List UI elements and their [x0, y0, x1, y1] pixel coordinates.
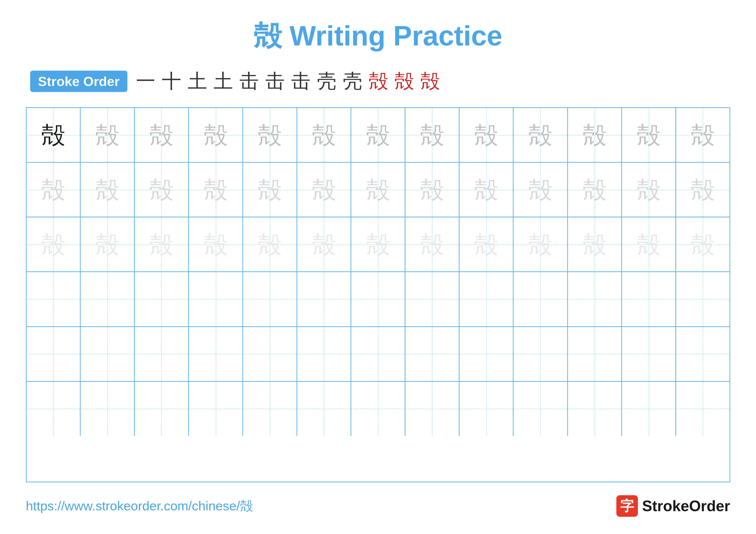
- grid-cell-5-7[interactable]: [405, 382, 459, 436]
- grid-cell-0-1[interactable]: 殻: [81, 108, 135, 162]
- grid-cell-3-2[interactable]: [135, 272, 189, 326]
- stroke-order-badge: Stroke Order: [30, 71, 127, 92]
- grid-cell-5-1[interactable]: [81, 382, 135, 436]
- grid-cell-5-9[interactable]: [514, 382, 568, 436]
- grid-cell-2-10[interactable]: 殻: [568, 217, 622, 271]
- cell-char-2-9: 殻: [528, 233, 552, 256]
- grid-cell-1-7[interactable]: 殻: [405, 163, 459, 217]
- grid-cell-3-8[interactable]: [459, 272, 514, 326]
- grid-cell-4-10[interactable]: [568, 327, 622, 381]
- grid-cell-2-12[interactable]: 殻: [676, 217, 729, 271]
- cell-char-0-6: 殻: [366, 123, 390, 147]
- page-title: 殻 Writing Practice: [254, 17, 502, 55]
- grid-cell-0-10[interactable]: 殻: [568, 108, 622, 162]
- footer: https://www.strokeorder.com/chinese/殻 字 …: [26, 495, 730, 517]
- grid-cell-0-8[interactable]: 殻: [459, 108, 514, 162]
- grid-cell-1-10[interactable]: 殻: [568, 163, 622, 217]
- grid-cell-1-0[interactable]: 殻: [27, 163, 81, 217]
- grid-cell-3-12[interactable]: [676, 272, 729, 326]
- grid-cell-0-9[interactable]: 殻: [514, 108, 568, 162]
- grid-cell-2-4[interactable]: 殻: [243, 217, 297, 271]
- grid-cell-3-0[interactable]: [27, 272, 81, 326]
- grid-cell-1-5[interactable]: 殻: [297, 163, 351, 217]
- grid-cell-1-1[interactable]: 殻: [81, 163, 135, 217]
- grid-cell-0-3[interactable]: 殻: [189, 108, 243, 162]
- grid-cell-4-3[interactable]: [189, 327, 243, 381]
- grid-cell-5-10[interactable]: [568, 382, 622, 436]
- stroke-seq-char-10: 殻: [394, 68, 414, 94]
- grid-row-1: 殻殻殻殻殻殻殻殻殻殻殻殻殻: [27, 163, 729, 217]
- grid-row-5: [27, 382, 729, 436]
- grid-cell-4-1[interactable]: [81, 327, 135, 381]
- grid-cell-3-6[interactable]: [351, 272, 405, 326]
- grid-cell-5-4[interactable]: [243, 382, 297, 436]
- grid-cell-4-12[interactable]: [676, 327, 729, 381]
- grid-cell-1-8[interactable]: 殻: [459, 163, 514, 217]
- cell-char-1-7: 殻: [420, 178, 444, 202]
- cell-char-1-3: 殻: [204, 178, 228, 202]
- grid-cell-0-6[interactable]: 殻: [351, 108, 405, 162]
- grid-cell-4-6[interactable]: [351, 327, 405, 381]
- grid-cell-3-5[interactable]: [297, 272, 351, 326]
- grid-cell-3-4[interactable]: [243, 272, 297, 326]
- stroke-seq-char-11: 殻: [420, 68, 440, 94]
- grid-cell-2-7[interactable]: 殻: [405, 217, 459, 271]
- stroke-seq-char-2: 土: [188, 68, 207, 94]
- grid-cell-0-7[interactable]: 殻: [405, 108, 459, 162]
- grid-cell-1-6[interactable]: 殻: [351, 163, 405, 217]
- footer-logo: 字 StrokeOrder: [616, 495, 730, 517]
- grid-cell-0-0[interactable]: 殻: [27, 108, 81, 162]
- grid-cell-3-9[interactable]: [514, 272, 568, 326]
- grid-cell-2-8[interactable]: 殻: [459, 217, 514, 271]
- grid-cell-5-5[interactable]: [297, 382, 351, 436]
- grid-cell-1-4[interactable]: 殻: [243, 163, 297, 217]
- grid-cell-2-6[interactable]: 殻: [351, 217, 405, 271]
- grid-cell-2-1[interactable]: 殻: [81, 217, 135, 271]
- grid-cell-1-11[interactable]: 殻: [622, 163, 676, 217]
- grid-cell-5-0[interactable]: [27, 382, 81, 436]
- grid-cell-5-12[interactable]: [676, 382, 729, 436]
- grid-cell-0-11[interactable]: 殻: [622, 108, 676, 162]
- grid-cell-1-12[interactable]: 殻: [676, 163, 729, 217]
- grid-cell-4-7[interactable]: [405, 327, 459, 381]
- grid-cell-3-1[interactable]: [81, 272, 135, 326]
- grid-cell-5-3[interactable]: [189, 382, 243, 436]
- grid-row-4: [27, 327, 729, 382]
- grid-cell-0-5[interactable]: 殻: [297, 108, 351, 162]
- grid-cell-1-9[interactable]: 殻: [514, 163, 568, 217]
- grid-cell-2-9[interactable]: 殻: [514, 217, 568, 271]
- grid-cell-2-11[interactable]: 殻: [622, 217, 676, 271]
- grid-cell-4-0[interactable]: [27, 327, 81, 381]
- grid-cell-2-5[interactable]: 殻: [297, 217, 351, 271]
- cell-char-0-10: 殻: [583, 123, 607, 147]
- grid-cell-2-3[interactable]: 殻: [189, 217, 243, 271]
- grid-cell-4-8[interactable]: [459, 327, 514, 381]
- cell-char-1-10: 殻: [583, 178, 607, 202]
- grid-cell-4-2[interactable]: [135, 327, 189, 381]
- grid-cell-3-7[interactable]: [405, 272, 459, 326]
- cell-char-1-5: 殻: [312, 178, 336, 202]
- cell-char-2-2: 殻: [149, 233, 173, 256]
- grid-cell-0-2[interactable]: 殻: [135, 108, 189, 162]
- grid-cell-4-9[interactable]: [514, 327, 568, 381]
- grid-cell-4-5[interactable]: [297, 327, 351, 381]
- grid-cell-2-2[interactable]: 殻: [135, 217, 189, 271]
- grid-cell-3-11[interactable]: [622, 272, 676, 326]
- grid-cell-2-0[interactable]: 殻: [27, 217, 81, 271]
- grid-cell-3-10[interactable]: [568, 272, 622, 326]
- grid-cell-5-6[interactable]: [351, 382, 405, 436]
- grid-cell-1-2[interactable]: 殻: [135, 163, 189, 217]
- grid-cell-5-8[interactable]: [459, 382, 514, 436]
- grid-cell-1-3[interactable]: 殻: [189, 163, 243, 217]
- grid-cell-5-11[interactable]: [622, 382, 676, 436]
- grid-row-2: 殻殻殻殻殻殻殻殻殻殻殻殻殻: [27, 217, 729, 272]
- cell-char-1-1: 殻: [95, 178, 119, 202]
- grid-cell-4-11[interactable]: [622, 327, 676, 381]
- grid-cell-0-12[interactable]: 殻: [676, 108, 729, 162]
- practice-grid: 殻殻殻殻殻殻殻殻殻殻殻殻殻殻殻殻殻殻殻殻殻殻殻殻殻殻殻殻殻殻殻殻殻殻殻殻殻殻殻: [26, 107, 730, 482]
- grid-cell-5-2[interactable]: [135, 382, 189, 436]
- grid-cell-4-4[interactable]: [243, 327, 297, 381]
- grid-cell-0-4[interactable]: 殻: [243, 108, 297, 162]
- grid-cell-3-3[interactable]: [189, 272, 243, 326]
- stroke-seq-char-1: 十: [162, 68, 181, 94]
